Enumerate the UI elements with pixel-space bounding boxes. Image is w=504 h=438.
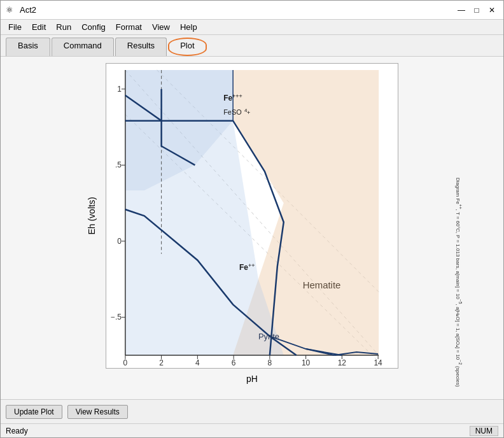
svg-text:−.5: −.5 (111, 313, 122, 321)
plot-svg: 0 2 4 6 8 10 12 14 (106, 64, 398, 368)
status-bar: Ready NUM (1, 423, 503, 437)
menu-help[interactable]: Help (175, 21, 202, 33)
svg-text:Fe: Fe (239, 263, 248, 272)
title-bar-left: ⚛ Act2 (6, 5, 36, 15)
menu-format[interactable]: Format (111, 21, 147, 33)
status-text: Ready (6, 427, 28, 435)
status-num: NUM (470, 426, 498, 436)
menu-file[interactable]: File (3, 21, 27, 33)
main-content: Eh (volts) Diagram Fe++, T = 60°C, P = 1… (1, 57, 503, 399)
svg-text:FeSO: FeSO (223, 108, 242, 116)
x-axis-label: pH (246, 374, 258, 384)
tab-plot[interactable]: Plot (168, 38, 206, 56)
close-button[interactable]: ✕ (486, 4, 498, 17)
menu-bar: File Edit Run Config Format View Help (1, 20, 503, 35)
svg-text:0: 0 (123, 358, 128, 367)
update-plot-button[interactable]: Update Plot (6, 405, 62, 419)
app-title: Act2 (20, 5, 36, 15)
svg-text:+++: +++ (232, 93, 242, 99)
tab-command[interactable]: Command (52, 38, 114, 56)
svg-text:+: + (247, 110, 250, 116)
svg-text:.5: .5 (115, 160, 122, 169)
minimize-button[interactable]: — (455, 4, 468, 17)
bottom-bar: Update Plot View Results (1, 399, 503, 423)
svg-text:10: 10 (302, 358, 311, 367)
svg-text:Pyrite: Pyrite (258, 332, 279, 341)
menu-view[interactable]: View (147, 21, 175, 33)
side-label: Diagram Fe++, T = 60°C, P = 1.013 bars, … (455, 178, 463, 254)
tabs-bar: Basis Command Results Plot (1, 35, 503, 57)
y-axis-label: Eh (volts) (87, 197, 97, 234)
svg-text:Fe: Fe (223, 94, 232, 102)
svg-text:2: 2 (159, 358, 164, 367)
tab-basis[interactable]: Basis (6, 38, 50, 56)
menu-run[interactable]: Run (51, 21, 76, 33)
view-results-button[interactable]: View Results (67, 405, 128, 419)
svg-text:12: 12 (338, 358, 347, 367)
plot-wrapper: Eh (volts) Diagram Fe++, T = 60°C, P = 1… (106, 63, 398, 369)
plot-area: 0 2 4 6 8 10 12 14 (106, 63, 398, 369)
svg-text:14: 14 (374, 358, 382, 367)
menu-edit[interactable]: Edit (27, 21, 51, 33)
svg-text:4: 4 (195, 358, 200, 367)
tab-results[interactable]: Results (115, 38, 167, 56)
maximize-button[interactable]: □ (470, 4, 483, 17)
svg-text:0: 0 (117, 237, 122, 246)
svg-text:++: ++ (248, 262, 255, 269)
svg-text:Hematite: Hematite (303, 280, 341, 291)
svg-text:8: 8 (268, 358, 272, 367)
svg-text:1: 1 (117, 85, 122, 94)
title-bar-controls: — □ ✕ (455, 4, 498, 17)
title-bar: ⚛ Act2 — □ ✕ (1, 1, 503, 20)
main-window: ⚛ Act2 — □ ✕ File Edit Run Config Format… (0, 0, 504, 438)
app-icon: ⚛ (6, 5, 16, 15)
menu-config[interactable]: Config (76, 21, 111, 33)
svg-text:6: 6 (232, 358, 236, 367)
